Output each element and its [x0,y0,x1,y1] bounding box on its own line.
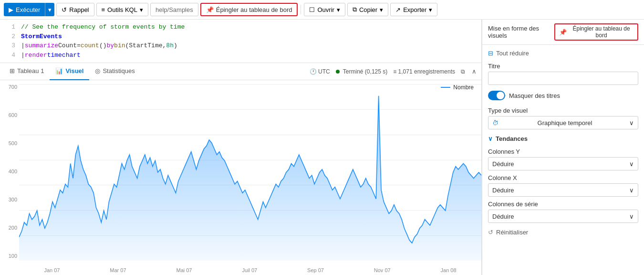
x-column-select[interactable]: Déduire ∨ [488,183,638,197]
collapse-label: Tout réduire [496,50,529,57]
x-column-value: Déduire [492,187,514,194]
hide-titles-label: Masquer des titres [509,92,560,99]
copy-chevron-icon: ▾ [380,6,383,13]
recall-label: Rappel [69,6,89,13]
tab-path: help/Samples [150,3,198,16]
toggle-row: Masquer des titres [488,91,638,100]
x-column-chevron-icon: ∨ [629,187,634,194]
run-label: Exécuter [16,6,40,13]
title-input[interactable] [488,72,638,85]
copy-label: Copier [359,6,377,13]
y-columns-select[interactable]: Déduire ∨ [488,157,638,170]
records-label: 1,071 enregistrements [398,68,455,75]
right-panel-header: Mise en forme des visuels 📌 Épingler au … [482,20,644,45]
recall-button[interactable]: ↺ Rappel [56,3,94,16]
copy-icon: ⧉ [353,6,357,13]
series-columns-chevron-icon: ∨ [629,213,634,220]
run-button-main[interactable]: ▶ Exécuter [4,3,45,16]
chart-area: Nombre 700 600 500 400 300 200 100 [0,80,481,275]
code-line-4: 4 | render timechart [0,51,481,60]
code-bin-paren-open: ( [125,41,129,51]
y-columns-chevron-icon: ∨ [629,160,634,168]
open-icon: ☐ [309,6,315,13]
records-status: ≡ 1,071 enregistrements [393,68,455,75]
play-icon: ▶ [9,6,13,13]
export-button[interactable]: ↗ Exporter ▾ [390,3,437,16]
code-pipe-4: | [21,51,25,60]
timechart-svg [19,84,481,261]
code-starttime: StartTime [129,41,162,51]
hide-titles-toggle[interactable] [488,91,505,100]
y-label-300: 300 [9,197,17,202]
pin-icon: 📌 [206,6,214,13]
results-collapse-button[interactable]: ∧ [471,67,478,76]
tools-button[interactable]: ≡ Outils KQL ▾ [96,3,148,16]
pin-dashboard-button-toolbar[interactable]: 📌 Épingler au tableau de bord [200,3,298,16]
x-label-jan07: Jan 07 [44,267,60,273]
utc-label: UTC [318,68,330,75]
tab-stats[interactable]: ◎ Statistiques [89,63,140,80]
series-columns-value: Déduire [492,213,514,220]
pin-panel-label: Épingler au tableau de bord [569,25,634,39]
collapse-all-row[interactable]: ⊟ Tout réduire [488,50,638,57]
visual-type-clock-icon: ⏱ [492,119,499,127]
copy-results-icon[interactable]: ⧉ [461,68,465,75]
tendances-section: ∨ Tendances Colonnes Y Déduire ∨ Colonne… [488,135,638,223]
y-label-100: 100 [9,253,17,259]
pin-label: Épingler au tableau de bord [216,6,292,13]
copy-button[interactable]: ⧉ Copier ▾ [347,3,388,16]
x-label-mar07: Mar 07 [110,267,126,273]
x-column-label: Colonne X [488,174,638,181]
code-editor[interactable]: 1 // See the frequency of storm events b… [0,20,481,63]
export-chevron-icon: ▾ [429,6,432,13]
right-panel: Mise en forme des visuels 📌 Épingler au … [482,20,644,275]
toolbar: ▶ Exécuter ▾ ↺ Rappel ≡ Outils KQL ▾ hel… [0,0,644,20]
x-axis: Jan 07 Mar 07 Mai 07 Juil 07 Sep 07 Nov … [19,267,481,273]
open-button[interactable]: ☐ Ouvrir ▾ [304,3,345,16]
done-label: Terminé (0,125 s) [343,68,387,75]
x-label-mai07: Mai 07 [176,267,192,273]
series-columns-label: Colonnes de série [488,201,638,208]
line-number-2: 2 [4,32,15,42]
tab-table-label: Tableau 1 [17,67,44,74]
code-line-3: 3 | summarize Count = count () by bin ( … [0,41,481,51]
run-button[interactable]: ▶ Exécuter ▾ [4,3,54,16]
y-columns-section: Colonnes Y Déduire ∨ [488,148,638,170]
x-label-jan08: Jan 08 [441,267,457,273]
code-8h: 8h [166,41,174,51]
pin-panel-icon: 📌 [559,29,567,36]
tab-visual[interactable]: 📊 Visuel [50,63,89,80]
chevron-down-icon: ▾ [48,6,52,13]
x-label-juil07: Juil 07 [242,267,257,273]
code-comment-1: // See the frequency of storm events by … [21,22,185,32]
results-status: 🕐 UTC Terminé (0,125 s) ≡ 1,071 enregist… [310,67,478,76]
y-columns-value: Déduire [492,160,514,168]
tendances-header[interactable]: ∨ Tendances [488,135,638,142]
line-number-1: 1 [4,22,15,32]
open-label: Ouvrir [317,6,334,13]
records-icon: ≡ [393,68,396,75]
recall-icon: ↺ [62,6,67,13]
visual-type-select[interactable]: ⏱ Graphique temporel ∨ [488,116,638,129]
tab-stats-label: Statistiques [103,67,135,74]
visual-type-label: Type de visuel [488,107,638,114]
code-line-2: 2 StormEvents [0,32,481,42]
code-count-fn: count [81,41,99,51]
code-render-kw: render [25,51,47,60]
pin-panel-button[interactable]: 📌 Épingler au tableau de bord [554,23,638,41]
code-equals: = [77,41,81,51]
editor-pane: 1 // See the frequency of storm events b… [0,20,482,275]
visual-type-value: Graphique temporel [538,119,592,127]
reset-row[interactable]: ↺ Réinitialiser [488,229,638,236]
run-button-arrow[interactable]: ▾ [45,3,54,16]
table-icon: ⊞ [10,67,15,74]
utc-status: 🕐 UTC [310,68,330,75]
series-columns-select[interactable]: Déduire ∨ [488,210,638,223]
code-bin-fn: bin [114,41,125,51]
x-label-nov07: Nov 07 [374,267,391,273]
visual-type-section: Type de visuel ⏱ Graphique temporel ∨ [488,107,638,129]
open-chevron-icon: ▾ [337,6,340,13]
x-label-sep07: Sep 07 [307,267,324,273]
y-label-600: 600 [9,112,17,118]
tab-table[interactable]: ⊞ Tableau 1 [4,63,50,80]
